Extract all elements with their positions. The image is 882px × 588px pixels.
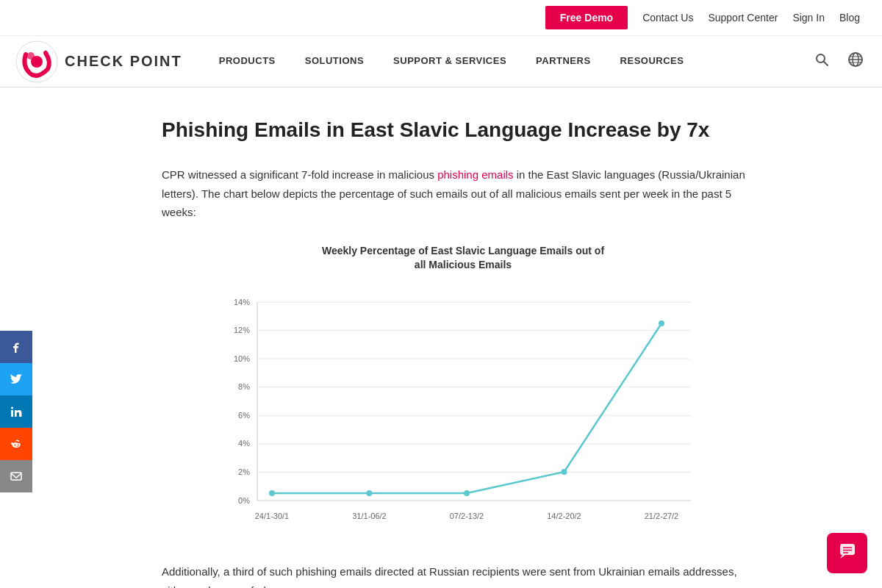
svg-marker-41 bbox=[840, 555, 845, 559]
svg-text:12%: 12% bbox=[234, 326, 250, 334]
svg-text:6%: 6% bbox=[238, 411, 250, 420]
chart-svg: 14% 12% 10% 8% 6% 4% 2% bbox=[213, 287, 713, 540]
svg-text:2%: 2% bbox=[238, 467, 250, 476]
svg-point-30 bbox=[367, 490, 373, 496]
svg-text:24/1-30/1: 24/1-30/1 bbox=[255, 512, 289, 520]
svg-text:8%: 8% bbox=[238, 382, 250, 391]
logo[interactable]: CHECK POINT bbox=[15, 40, 182, 84]
nav-resources[interactable]: RESOURCES bbox=[606, 36, 699, 87]
nav-solutions[interactable]: SOLUTIONS bbox=[290, 36, 379, 87]
chart-title: Weekly Percentage of East Slavic Languag… bbox=[213, 244, 713, 273]
reddit-share-button[interactable] bbox=[0, 428, 32, 460]
linkedin-share-button[interactable] bbox=[0, 395, 32, 428]
svg-point-2 bbox=[27, 52, 35, 60]
article-intro: CPR witnessed a significant 7-fold incre… bbox=[162, 165, 764, 222]
logo-icon bbox=[15, 40, 59, 84]
support-center-link[interactable]: Support Center bbox=[708, 12, 778, 24]
svg-rect-12 bbox=[257, 302, 691, 501]
chat-widget[interactable] bbox=[827, 533, 867, 573]
chat-icon bbox=[838, 542, 857, 565]
intro-prefix: CPR witnessed a significant 7-fold incre… bbox=[162, 168, 437, 181]
nav-partners[interactable]: PARTNERS bbox=[521, 36, 606, 87]
top-utility-bar: Free Demo Contact Us Support Center Sign… bbox=[0, 0, 882, 36]
nav-right-icons bbox=[811, 48, 867, 75]
article-footer-text: Additionally, a third of such phishing e… bbox=[162, 562, 764, 588]
blog-link[interactable]: Blog bbox=[839, 12, 860, 24]
logo-text: CHECK POINT bbox=[65, 53, 182, 70]
svg-rect-11 bbox=[11, 473, 21, 480]
svg-point-29 bbox=[269, 490, 275, 496]
nav-products[interactable]: PRODUCTS bbox=[204, 36, 290, 87]
main-navigation: CHECK POINT PRODUCTS SOLUTIONS SUPPORT &… bbox=[0, 36, 882, 87]
chart-container: Weekly Percentage of East Slavic Languag… bbox=[213, 244, 713, 540]
nav-support-services[interactable]: SUPPORT & SERVICES bbox=[379, 36, 521, 87]
main-content: Phishing Emails in East Slavic Language … bbox=[74, 87, 808, 588]
svg-line-4 bbox=[824, 62, 828, 66]
sign-in-link[interactable]: Sign In bbox=[792, 12, 825, 24]
svg-text:10%: 10% bbox=[234, 354, 250, 363]
email-share-button[interactable] bbox=[0, 460, 32, 492]
contact-us-link[interactable]: Contact Us bbox=[642, 12, 693, 24]
svg-text:4%: 4% bbox=[238, 439, 250, 448]
globe-icon[interactable] bbox=[844, 48, 867, 75]
svg-text:14%: 14% bbox=[234, 298, 250, 306]
svg-point-31 bbox=[464, 490, 470, 496]
svg-point-32 bbox=[562, 469, 567, 475]
article-title: Phishing Emails in East Slavic Language … bbox=[162, 117, 764, 143]
facebook-share-button[interactable] bbox=[0, 331, 32, 363]
svg-text:07/2-13/2: 07/2-13/2 bbox=[450, 512, 484, 520]
search-icon[interactable] bbox=[811, 49, 833, 74]
free-demo-button[interactable]: Free Demo bbox=[545, 6, 628, 29]
svg-text:14/2-20/2: 14/2-20/2 bbox=[547, 512, 581, 520]
twitter-share-button[interactable] bbox=[0, 363, 32, 395]
svg-text:21/2-27/2: 21/2-27/2 bbox=[645, 512, 678, 520]
svg-text:0%: 0% bbox=[238, 496, 250, 505]
svg-point-33 bbox=[659, 320, 664, 326]
svg-text:31/1-06/2: 31/1-06/2 bbox=[352, 512, 386, 520]
phishing-emails-link[interactable]: phishing emails bbox=[437, 168, 513, 181]
nav-items: PRODUCTS SOLUTIONS SUPPORT & SERVICES PA… bbox=[204, 36, 811, 87]
social-sidebar bbox=[0, 331, 32, 492]
